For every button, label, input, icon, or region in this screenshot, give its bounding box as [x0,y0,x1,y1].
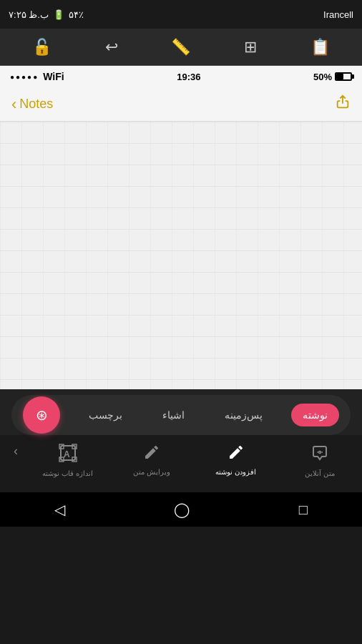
battery-pct-label: 50% [313,72,332,82]
svg-text:A: A [64,449,70,459]
layers-icon: ⊛ [36,406,48,424]
status-left: ●●●●● WiFi [10,71,64,82]
sim-battery-pct: ۵۴٪ [69,9,84,20]
wifi-icon: WiFi [43,71,64,82]
tab-objects[interactable]: اشیاء [151,404,196,426]
resize-frame-icon: A [59,444,77,467]
carrier-label: Irancell [323,9,353,20]
tool-resize-frame[interactable]: A اندازه قاب نوشته [26,435,110,477]
signal-dots: ●●●●● [10,73,39,81]
edit-text-icon [143,444,160,465]
nav-menu-button[interactable]: □ [282,496,325,524]
notes-label: Notes [19,97,53,112]
toolbar-row: 🔓 ↩ 📏 ⊞ 📋 [0,29,362,66]
online-text-label: متن آنلاین [305,469,335,477]
nav-bar: ◁ ◯ □ [0,492,362,527]
tool-add-text[interactable]: افزودن نوشته [194,435,278,476]
bottom-section: ⊛ برچسب اشیاء پس‌زمینه نوشته [0,389,362,435]
nav-home-button[interactable]: ◯ [157,495,207,524]
edit-text-label: ویرایش متن [133,468,170,476]
sim-bar: ۷:۲۵ ب.ظ 🔋 ۵۴٪ Irancell [0,0,362,29]
tab-background[interactable]: پس‌زمینه [213,404,274,426]
tool-edit-text[interactable]: ویرایش متن [110,435,195,476]
tool-online-text[interactable]: متن آنلاین [278,435,363,477]
battery-icon [335,72,352,81]
left-arrow-icon: ‹ [14,444,18,459]
bottom-tab-bar: ⊛ برچسب اشیاء پس‌زمینه نوشته [11,395,351,435]
copy-icon[interactable]: 📋 [305,32,336,62]
share-button[interactable] [335,94,351,114]
resize-frame-label: اندازه قاب نوشته [42,469,93,477]
add-text-label: افزودن نوشته [215,468,256,476]
grid-icon[interactable]: ⊞ [238,32,263,62]
online-text-icon [310,444,329,467]
notes-header: ‹ Notes [0,87,362,122]
battery-indicator: 50% [313,72,352,82]
ios-status-bar: ●●●●● WiFi 19:36 50% [0,66,362,87]
lock-icon[interactable]: 🔓 [26,32,57,62]
battery-fill [336,74,343,79]
bottom-tools: ‹ A اندازه قاب نوشته ویرایش متن [0,435,362,492]
sim-bar-right: Irancell [323,9,353,20]
tools-arrow[interactable]: ‹ [0,435,26,459]
tab-text[interactable]: نوشته [291,404,339,426]
note-content-area[interactable] [0,122,362,389]
back-button[interactable]: ‹ Notes [11,97,53,112]
undo-icon[interactable]: ↩ [99,32,124,62]
nav-back-button[interactable]: ◁ [37,495,82,524]
status-time: 19:36 [177,72,200,82]
sim-battery-icon: 🔋 [53,9,64,20]
chevron-left-icon: ‹ [11,97,16,112]
sim-time: ۷:۲۵ ب.ظ [9,9,49,20]
add-text-icon [228,444,245,465]
layers-button[interactable]: ⊛ [23,396,60,434]
tab-label[interactable]: برچسب [77,404,134,426]
ruler-icon[interactable]: 📏 [165,32,196,62]
sim-bar-left: ۷:۲۵ ب.ظ 🔋 ۵۴٪ [9,9,84,20]
